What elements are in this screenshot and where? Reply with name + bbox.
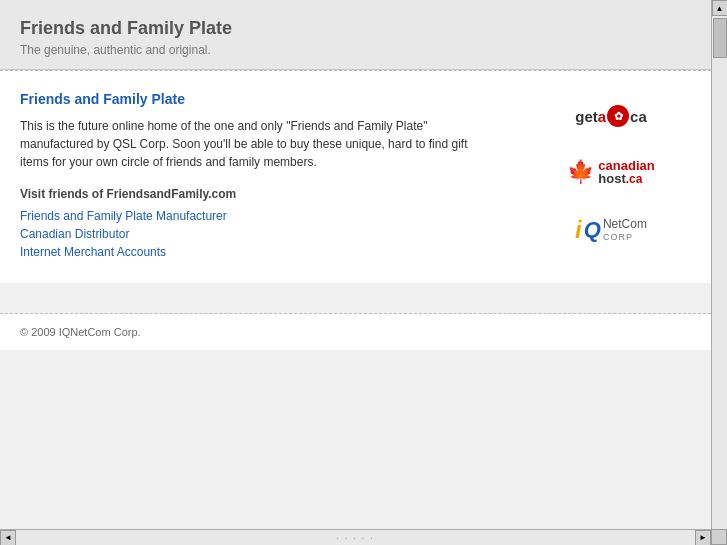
iqnetcom-logo: i Q NetCom CORP	[551, 208, 671, 252]
page-header: Friends and Family Plate The genuine, au…	[0, 0, 711, 70]
page-title: Friends and Family Plate	[20, 18, 691, 39]
link-distributor[interactable]: Canadian Distributor	[20, 227, 480, 241]
visit-friends-label: Visit friends of FriendsandFamily.com	[20, 187, 480, 201]
content-right-column: get a ✿ ca 🍁 canadian host.ca	[531, 91, 691, 263]
link-merchant[interactable]: Internet Merchant Accounts	[20, 245, 480, 259]
scroll-grip-dots: · · · · ·	[336, 534, 374, 543]
section-heading: Friends and Family Plate	[20, 91, 480, 107]
copyright-text: © 2009 IQNetCom Corp.	[20, 326, 141, 338]
page-subtitle: The genuine, authentic and original.	[20, 43, 691, 57]
section-body-text: This is the future online home of the on…	[20, 117, 480, 171]
scroll-up-arrow-icon: ▲	[716, 4, 724, 13]
page-footer: © 2009 IQNetCom Corp.	[0, 314, 711, 350]
getca-circle-icon: ✿	[607, 105, 629, 127]
scroll-vertical-thumb[interactable]	[713, 18, 727, 58]
scroll-up-button[interactable]: ▲	[712, 0, 728, 16]
vertical-scrollbar[interactable]: ▲ ▼	[711, 0, 727, 545]
horizontal-scrollbar[interactable]: ◄ · · · · · ►	[0, 529, 711, 545]
main-content-area: Friends and Family Plate The genuine, au…	[0, 0, 711, 529]
scroll-right-arrow-icon: ►	[699, 533, 707, 542]
canadianhost-logo: 🍁 canadian host.ca	[546, 154, 676, 190]
getca-logo: get a ✿ ca	[566, 96, 656, 136]
content-left-column: Friends and Family Plate This is the fut…	[20, 91, 480, 263]
scroll-left-arrow-icon: ◄	[4, 533, 12, 542]
maple-leaf-icon: 🍁	[567, 159, 594, 185]
scroll-left-button[interactable]: ◄	[0, 530, 16, 546]
link-manufacturer[interactable]: Friends and Family Plate Manufacturer	[20, 209, 480, 223]
scroll-right-button[interactable]: ►	[695, 530, 711, 546]
scroll-horizontal-track[interactable]: · · · · ·	[16, 530, 695, 546]
scroll-vertical-track[interactable]	[712, 16, 727, 529]
content-section: Friends and Family Plate This is the fut…	[0, 71, 711, 283]
scrollbar-corner	[711, 529, 727, 545]
page-wrapper: Friends and Family Plate The genuine, au…	[0, 0, 727, 545]
